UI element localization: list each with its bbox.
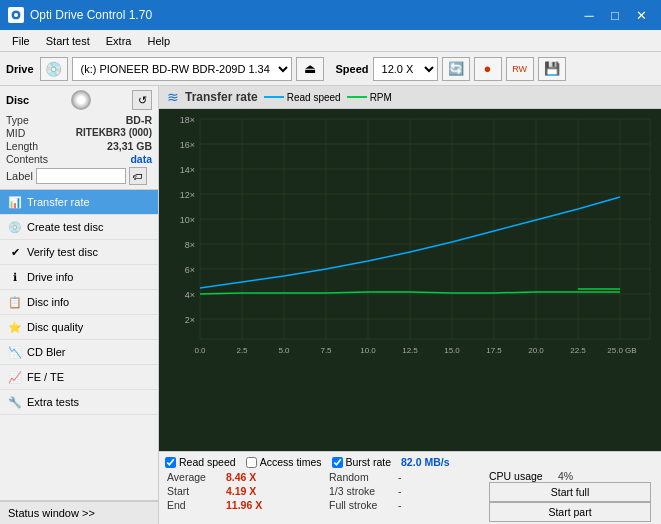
main-area: Disc ↺ Type BD-R MID RITEKBR3 (000) Leng… <box>0 86 661 524</box>
disc-label-button[interactable]: 🏷 <box>129 167 147 185</box>
stats-col-mid: Random - 1/3 stroke - Full stroke - <box>327 470 489 522</box>
save-button[interactable]: 💾 <box>538 57 566 81</box>
window-controls: ─ □ ✕ <box>577 5 653 25</box>
read-speed-checkbox-label: Read speed <box>179 456 236 468</box>
svg-text:6×: 6× <box>185 265 195 275</box>
verify-test-disc-icon: ✔ <box>8 245 22 259</box>
toolbar: Drive 💿 (k:) PIONEER BD-RW BDR-209D 1.34… <box>0 52 661 86</box>
sidebar: Disc ↺ Type BD-R MID RITEKBR3 (000) Leng… <box>0 86 159 524</box>
legend-read-speed: Read speed <box>264 92 341 103</box>
disc-length-row: Length 23,31 GB <box>6 140 152 152</box>
stats-checkboxes: Read speed Access times Burst rate 82.0 … <box>165 454 655 470</box>
stats-rows: Average 8.46 X Start 4.19 X End 11.96 X … <box>165 470 655 522</box>
menu-help[interactable]: Help <box>139 33 178 49</box>
menu-extra[interactable]: Extra <box>98 33 140 49</box>
cpu-row: CPU usage 4% <box>489 470 651 482</box>
chart-header: ≋ Transfer rate Read speed RPM <box>159 86 661 109</box>
stat-row-start: Start 4.19 X <box>165 484 327 498</box>
content-area: ≋ Transfer rate Read speed RPM <box>159 86 661 524</box>
svg-text:5.0: 5.0 <box>278 346 290 355</box>
menu-file[interactable]: File <box>4 33 38 49</box>
nav-section: 📊 Transfer rate 💿 Create test disc ✔ Ver… <box>0 190 158 500</box>
svg-text:2.5: 2.5 <box>236 346 248 355</box>
stat-row-random: Random - <box>327 470 489 484</box>
disc-mid-row: MID RITEKBR3 (000) <box>6 127 152 139</box>
nav-transfer-rate[interactable]: 📊 Transfer rate <box>0 190 158 215</box>
nav-disc-quality[interactable]: ⭐ Disc quality <box>0 315 158 340</box>
disc-refresh-button[interactable]: ↺ <box>132 90 152 110</box>
svg-text:4×: 4× <box>185 290 195 300</box>
svg-text:12.5: 12.5 <box>402 346 418 355</box>
maximize-button[interactable]: □ <box>603 5 627 25</box>
app-icon <box>8 7 24 23</box>
menu-start-test[interactable]: Start test <box>38 33 98 49</box>
svg-text:0.0: 0.0 <box>194 346 206 355</box>
drive-icon-button[interactable]: 💿 <box>40 57 68 81</box>
legend-rpm: RPM <box>347 92 392 103</box>
burst-rate-checkbox[interactable] <box>332 457 343 468</box>
read-speed-checkbox[interactable] <box>165 457 176 468</box>
svg-text:2×: 2× <box>185 315 195 325</box>
svg-text:18×: 18× <box>180 115 195 125</box>
disc-panel: Disc ↺ Type BD-R MID RITEKBR3 (000) Leng… <box>0 86 158 190</box>
svg-text:15.0: 15.0 <box>444 346 460 355</box>
cd-bler-icon: 📉 <box>8 345 22 359</box>
legend-rpm-color <box>347 96 367 98</box>
title-bar: Opti Drive Control 1.70 ─ □ ✕ <box>0 0 661 30</box>
svg-text:20.0: 20.0 <box>528 346 544 355</box>
nav-extra-tests[interactable]: 🔧 Extra tests <box>0 390 158 415</box>
extra-tests-icon: 🔧 <box>8 395 22 409</box>
eject-button[interactable]: ⏏ <box>296 57 324 81</box>
disc-type-row: Type BD-R <box>6 114 152 126</box>
rw-button[interactable]: RW <box>506 57 534 81</box>
status-window-button[interactable]: Status window >> <box>0 501 158 524</box>
stats-col-right: CPU usage 4% Start full Start part <box>489 470 655 522</box>
svg-text:7.5: 7.5 <box>320 346 332 355</box>
nav-disc-info[interactable]: 📋 Disc info <box>0 290 158 315</box>
svg-point-1 <box>14 13 18 17</box>
fe-te-icon: 📈 <box>8 370 22 384</box>
chart-title: Transfer rate <box>185 90 258 104</box>
refresh-button[interactable]: 🔄 <box>442 57 470 81</box>
minimize-button[interactable]: ─ <box>577 5 601 25</box>
svg-text:14×: 14× <box>180 165 195 175</box>
nav-verify-test-disc[interactable]: ✔ Verify test disc <box>0 240 158 265</box>
drive-info-icon: ℹ <box>8 270 22 284</box>
speed-select[interactable]: 12.0 X ∨ <box>373 57 438 81</box>
burst-rate-checkbox-label: Burst rate <box>346 456 392 468</box>
access-times-checkbox[interactable] <box>246 457 257 468</box>
nav-create-test-disc[interactable]: 💿 Create test disc <box>0 215 158 240</box>
burst-rate-checkbox-item: Burst rate <box>332 456 392 468</box>
menu-bar: File Start test Extra Help <box>0 30 661 52</box>
svg-text:12×: 12× <box>180 190 195 200</box>
start-part-button[interactable]: Start part <box>489 502 651 522</box>
svg-text:10×: 10× <box>180 215 195 225</box>
svg-text:22.5: 22.5 <box>570 346 586 355</box>
disc-contents-row: Contents data <box>6 153 152 165</box>
nav-cd-bler[interactable]: 📉 CD Bler <box>0 340 158 365</box>
nav-drive-info[interactable]: ℹ Drive info <box>0 265 158 290</box>
app-title: Opti Drive Control 1.70 <box>30 8 152 22</box>
stats-col-left: Average 8.46 X Start 4.19 X End 11.96 X <box>165 470 327 522</box>
disc-info-icon: 📋 <box>8 295 22 309</box>
start-full-button[interactable]: Start full <box>489 482 651 502</box>
create-test-disc-icon: 💿 <box>8 220 22 234</box>
disc-button[interactable]: ● <box>474 57 502 81</box>
speed-label: Speed <box>336 63 369 75</box>
nav-fe-te[interactable]: 📈 FE / TE <box>0 365 158 390</box>
disc-quality-icon: ⭐ <box>8 320 22 334</box>
drive-select[interactable]: (k:) PIONEER BD-RW BDR-209D 1.34 <box>72 57 292 81</box>
burst-rate-value: 82.0 MB/s <box>401 456 449 468</box>
disc-label-row: Label 🏷 <box>6 167 152 185</box>
disc-icon <box>71 90 91 110</box>
title-bar-left: Opti Drive Control 1.70 <box>8 7 152 23</box>
svg-text:16×: 16× <box>180 140 195 150</box>
stat-row-stroke13: 1/3 stroke - <box>327 484 489 498</box>
stat-row-end: End 11.96 X <box>165 498 327 512</box>
drive-label: Drive <box>6 63 34 75</box>
stat-row-average: Average 8.46 X <box>165 470 327 484</box>
transfer-rate-icon: 📊 <box>8 195 22 209</box>
disc-label-input[interactable] <box>36 168 126 184</box>
chart-container: 18× 16× 14× 12× 10× 8× 6× 4× 2× 0.0 2.5 … <box>159 109 661 451</box>
close-button[interactable]: ✕ <box>629 5 653 25</box>
